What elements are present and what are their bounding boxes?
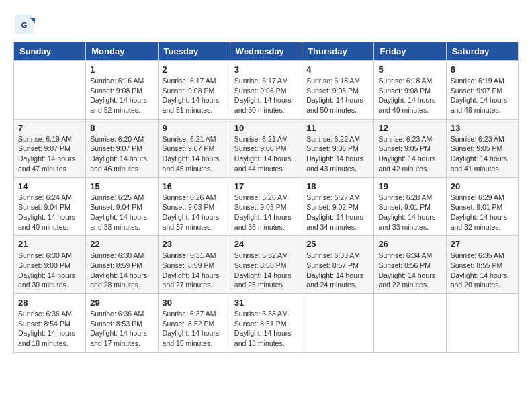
calendar-week-row: 28Sunrise: 6:36 AM Sunset: 8:54 PM Dayli… xyxy=(14,294,519,353)
day-info: Sunrise: 6:25 AM Sunset: 9:04 PM Dayligh… xyxy=(90,193,153,232)
calendar-day-header: Wednesday xyxy=(230,42,302,61)
day-info: Sunrise: 6:16 AM Sunset: 9:08 PM Dayligh… xyxy=(90,76,153,116)
calendar-day-header: Thursday xyxy=(302,42,374,61)
calendar-cell xyxy=(302,294,374,353)
day-number: 13 xyxy=(451,123,514,133)
day-number: 24 xyxy=(234,239,298,249)
day-number: 12 xyxy=(378,123,441,133)
day-number: 4 xyxy=(306,64,369,75)
day-info: Sunrise: 6:17 AM Sunset: 9:08 PM Dayligh… xyxy=(163,76,226,116)
calendar-cell: 22Sunrise: 6:30 AM Sunset: 8:59 PM Dayli… xyxy=(86,236,158,294)
day-number: 23 xyxy=(163,239,226,249)
calendar-cell: 9Sunrise: 6:21 AM Sunset: 9:07 PM Daylig… xyxy=(158,119,230,177)
day-info: Sunrise: 6:17 AM Sunset: 9:08 PM Dayligh… xyxy=(234,76,298,116)
day-info: Sunrise: 6:26 AM Sunset: 9:03 PM Dayligh… xyxy=(163,193,226,232)
calendar-cell: 30Sunrise: 6:37 AM Sunset: 8:52 PM Dayli… xyxy=(158,294,230,353)
calendar-day-header: Friday xyxy=(374,42,446,61)
calendar-cell: 1Sunrise: 6:16 AM Sunset: 9:08 PM Daylig… xyxy=(86,61,158,120)
calendar-cell: 4Sunrise: 6:18 AM Sunset: 9:08 PM Daylig… xyxy=(302,61,374,120)
calendar-week-row: 7Sunrise: 6:19 AM Sunset: 9:07 PM Daylig… xyxy=(14,119,519,177)
calendar-cell: 7Sunrise: 6:19 AM Sunset: 9:07 PM Daylig… xyxy=(14,119,86,177)
day-number: 30 xyxy=(163,298,226,308)
day-number: 6 xyxy=(451,64,514,75)
day-info: Sunrise: 6:36 AM Sunset: 8:54 PM Dayligh… xyxy=(18,309,81,349)
day-info: Sunrise: 6:36 AM Sunset: 8:53 PM Dayligh… xyxy=(90,309,153,349)
day-info: Sunrise: 6:33 AM Sunset: 8:57 PM Dayligh… xyxy=(306,250,369,290)
calendar-cell: 19Sunrise: 6:28 AM Sunset: 9:01 PM Dayli… xyxy=(374,177,446,236)
calendar-cell: 17Sunrise: 6:26 AM Sunset: 9:03 PM Dayli… xyxy=(230,177,302,236)
calendar-week-row: 1Sunrise: 6:16 AM Sunset: 9:08 PM Daylig… xyxy=(14,61,519,120)
day-number: 18 xyxy=(306,181,369,191)
day-info: Sunrise: 6:21 AM Sunset: 9:06 PM Dayligh… xyxy=(234,134,298,174)
calendar-cell: 28Sunrise: 6:36 AM Sunset: 8:54 PM Dayli… xyxy=(14,294,86,353)
calendar-cell: 3Sunrise: 6:17 AM Sunset: 9:08 PM Daylig… xyxy=(230,61,302,120)
calendar-cell: 20Sunrise: 6:29 AM Sunset: 9:01 PM Dayli… xyxy=(446,177,518,236)
day-number: 11 xyxy=(306,123,369,133)
day-number: 22 xyxy=(90,239,153,249)
day-info: Sunrise: 6:18 AM Sunset: 9:08 PM Dayligh… xyxy=(378,76,441,116)
calendar-cell: 21Sunrise: 6:30 AM Sunset: 9:00 PM Dayli… xyxy=(14,236,86,294)
day-info: Sunrise: 6:19 AM Sunset: 9:07 PM Dayligh… xyxy=(18,134,81,174)
day-number: 1 xyxy=(90,64,153,75)
calendar-cell: 5Sunrise: 6:18 AM Sunset: 9:08 PM Daylig… xyxy=(374,61,446,120)
calendar-week-row: 21Sunrise: 6:30 AM Sunset: 9:00 PM Dayli… xyxy=(14,236,519,294)
calendar-cell: 25Sunrise: 6:33 AM Sunset: 8:57 PM Dayli… xyxy=(302,236,374,294)
calendar-cell: 12Sunrise: 6:23 AM Sunset: 9:05 PM Dayli… xyxy=(374,119,446,177)
day-number: 20 xyxy=(451,181,514,191)
calendar-cell xyxy=(374,294,446,353)
day-info: Sunrise: 6:30 AM Sunset: 8:59 PM Dayligh… xyxy=(90,250,153,290)
day-number: 28 xyxy=(18,298,81,308)
calendar-cell: 15Sunrise: 6:25 AM Sunset: 9:04 PM Dayli… xyxy=(86,177,158,236)
calendar-cell: 18Sunrise: 6:27 AM Sunset: 9:02 PM Dayli… xyxy=(302,177,374,236)
calendar-body: 1Sunrise: 6:16 AM Sunset: 9:08 PM Daylig… xyxy=(14,61,519,353)
day-number: 29 xyxy=(90,298,153,308)
day-info: Sunrise: 6:21 AM Sunset: 9:07 PM Dayligh… xyxy=(163,134,226,174)
calendar-cell: 23Sunrise: 6:31 AM Sunset: 8:59 PM Dayli… xyxy=(158,236,230,294)
day-info: Sunrise: 6:19 AM Sunset: 9:07 PM Dayligh… xyxy=(451,76,514,116)
calendar-cell: 2Sunrise: 6:17 AM Sunset: 9:08 PM Daylig… xyxy=(158,61,230,120)
calendar-header-row: SundayMondayTuesdayWednesdayThursdayFrid… xyxy=(14,42,519,61)
day-number: 7 xyxy=(18,123,81,133)
day-number: 25 xyxy=(306,239,369,249)
day-info: Sunrise: 6:18 AM Sunset: 9:08 PM Dayligh… xyxy=(306,76,369,116)
calendar-cell xyxy=(446,294,518,353)
day-number: 3 xyxy=(234,64,298,75)
day-info: Sunrise: 6:20 AM Sunset: 9:07 PM Dayligh… xyxy=(90,134,153,174)
calendar-cell: 16Sunrise: 6:26 AM Sunset: 9:03 PM Dayli… xyxy=(158,177,230,236)
day-info: Sunrise: 6:24 AM Sunset: 9:04 PM Dayligh… xyxy=(18,193,81,232)
day-number: 26 xyxy=(378,239,441,249)
day-info: Sunrise: 6:37 AM Sunset: 8:52 PM Dayligh… xyxy=(163,309,226,349)
calendar-cell xyxy=(14,61,86,120)
calendar-cell: 8Sunrise: 6:20 AM Sunset: 9:07 PM Daylig… xyxy=(86,119,158,177)
calendar-cell: 26Sunrise: 6:34 AM Sunset: 8:56 PM Dayli… xyxy=(374,236,446,294)
day-number: 9 xyxy=(163,123,226,133)
calendar-cell: 14Sunrise: 6:24 AM Sunset: 9:04 PM Dayli… xyxy=(14,177,86,236)
day-info: Sunrise: 6:27 AM Sunset: 9:02 PM Dayligh… xyxy=(306,193,369,232)
day-number: 2 xyxy=(163,64,226,75)
day-number: 21 xyxy=(18,239,81,249)
day-info: Sunrise: 6:38 AM Sunset: 8:51 PM Dayligh… xyxy=(234,309,298,349)
calendar-cell: 31Sunrise: 6:38 AM Sunset: 8:51 PM Dayli… xyxy=(230,294,302,353)
day-info: Sunrise: 6:30 AM Sunset: 9:00 PM Dayligh… xyxy=(18,250,81,290)
calendar-day-header: Sunday xyxy=(14,42,86,61)
day-info: Sunrise: 6:34 AM Sunset: 8:56 PM Dayligh… xyxy=(378,250,441,290)
calendar-cell: 11Sunrise: 6:22 AM Sunset: 9:06 PM Dayli… xyxy=(302,119,374,177)
day-number: 31 xyxy=(234,298,298,308)
day-number: 16 xyxy=(163,181,226,191)
day-number: 14 xyxy=(18,181,81,191)
calendar-cell: 10Sunrise: 6:21 AM Sunset: 9:06 PM Dayli… xyxy=(230,119,302,177)
day-info: Sunrise: 6:35 AM Sunset: 8:55 PM Dayligh… xyxy=(451,250,514,290)
day-number: 27 xyxy=(451,239,514,249)
calendar-cell: 6Sunrise: 6:19 AM Sunset: 9:07 PM Daylig… xyxy=(446,61,518,120)
day-info: Sunrise: 6:23 AM Sunset: 9:05 PM Dayligh… xyxy=(378,134,441,174)
day-number: 15 xyxy=(90,181,153,191)
calendar-cell: 29Sunrise: 6:36 AM Sunset: 8:53 PM Dayli… xyxy=(86,294,158,353)
calendar-cell: 24Sunrise: 6:32 AM Sunset: 8:58 PM Dayli… xyxy=(230,236,302,294)
logo: G xyxy=(13,13,38,35)
day-number: 10 xyxy=(234,123,298,133)
svg-text:G: G xyxy=(21,21,28,29)
day-info: Sunrise: 6:22 AM Sunset: 9:06 PM Dayligh… xyxy=(306,134,369,174)
day-info: Sunrise: 6:31 AM Sunset: 8:59 PM Dayligh… xyxy=(163,250,226,290)
day-info: Sunrise: 6:29 AM Sunset: 9:01 PM Dayligh… xyxy=(451,193,514,232)
day-number: 17 xyxy=(234,181,298,191)
